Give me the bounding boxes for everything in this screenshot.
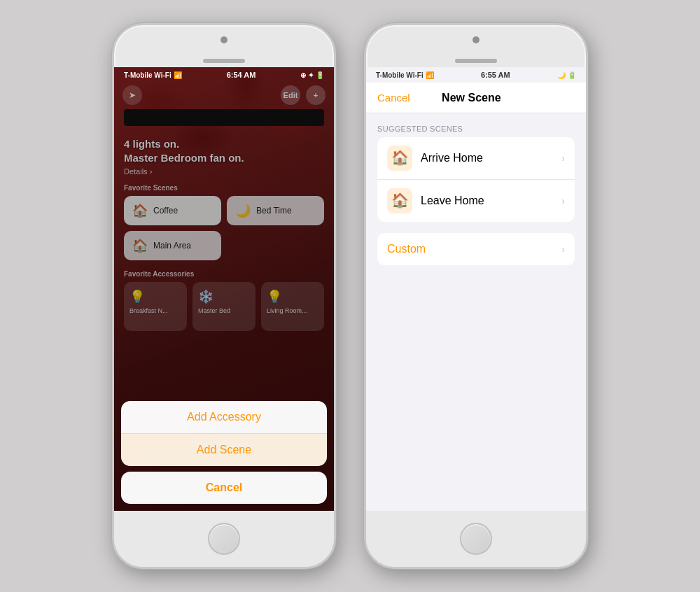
phone-1: T-Mobile Wi-Fi 📶 6:54 AM ⊕ ✦ 🔋 ➤ Edit xyxy=(112,23,336,569)
action-cancel-group: Cancel xyxy=(121,472,327,504)
home-button-1[interactable] xyxy=(208,523,240,555)
action-group-main: Add Accessory Add Scene xyxy=(121,401,327,466)
phone-1-top xyxy=(114,25,334,67)
phone-1-screen: T-Mobile Wi-Fi 📶 6:54 AM ⊕ ✦ 🔋 ➤ Edit xyxy=(114,67,334,511)
status-bar-2: T-Mobile Wi-Fi 📶 6:55 AM 🌙 🔋 xyxy=(366,67,586,83)
phone-2-bottom xyxy=(366,511,586,567)
phone-2-top xyxy=(366,25,586,67)
status-left-1: T-Mobile Wi-Fi 📶 xyxy=(124,71,182,79)
custom-row[interactable]: Custom › xyxy=(377,233,575,265)
home-app-screen: T-Mobile Wi-Fi 📶 6:54 AM ⊕ ✦ 🔋 ➤ Edit xyxy=(114,67,334,511)
custom-label: Custom xyxy=(387,243,553,255)
phone-2-screen: T-Mobile Wi-Fi 📶 6:55 AM 🌙 🔋 Cancel New … xyxy=(366,67,586,511)
action-sheet: Add Accessory Add Scene Cancel xyxy=(114,401,334,511)
arrive-home-label: Arrive Home xyxy=(421,152,553,164)
svg-text:🏠: 🏠 xyxy=(391,149,409,166)
add-scene-button[interactable]: Add Scene xyxy=(121,434,327,466)
status-right-2: 🌙 🔋 xyxy=(557,71,576,79)
time-1: 6:54 AM xyxy=(227,71,256,79)
carrier-2: T-Mobile Wi-Fi xyxy=(376,71,424,79)
home-content: T-Mobile Wi-Fi 📶 6:54 AM ⊕ ✦ 🔋 ➤ Edit xyxy=(114,67,334,511)
spacer xyxy=(366,222,586,233)
leave-home-icon: 🏠 xyxy=(387,188,412,213)
phone-1-bottom xyxy=(114,511,334,567)
phone2-bottom-area xyxy=(366,265,586,511)
leave-home-chevron: › xyxy=(561,195,565,206)
front-camera-2 xyxy=(472,36,479,43)
status-bar-1: T-Mobile Wi-Fi 📶 6:54 AM ⊕ ✦ 🔋 xyxy=(114,67,334,83)
custom-list: Custom › xyxy=(377,233,575,265)
leave-home-label: Leave Home xyxy=(421,195,553,207)
front-camera-1 xyxy=(220,36,227,43)
home-button-2[interactable] xyxy=(460,523,492,555)
battery-icon-2: 🔋 xyxy=(568,71,576,79)
phone-2: T-Mobile Wi-Fi 📶 6:55 AM 🌙 🔋 Cancel New … xyxy=(364,23,588,569)
action-sheet-overlay: Add Accessory Add Scene Cancel xyxy=(114,67,334,511)
new-scene-screen: T-Mobile Wi-Fi 📶 6:55 AM 🌙 🔋 Cancel New … xyxy=(366,67,586,511)
time-2: 6:55 AM xyxy=(481,71,510,79)
arrive-home-chevron: › xyxy=(561,153,565,164)
nav-bar: Cancel New Scene xyxy=(366,83,586,113)
speaker-2 xyxy=(455,59,497,63)
status-left-2: T-Mobile Wi-Fi 📶 xyxy=(376,71,434,79)
new-scene-title: New Scene xyxy=(442,92,500,104)
wifi-icon-1: 📶 xyxy=(174,71,182,79)
svg-text:🏠: 🏠 xyxy=(391,192,409,209)
battery-icon-1: ⊕ ✦ 🔋 xyxy=(300,71,324,79)
speaker-1 xyxy=(203,59,245,63)
add-accessory-button[interactable]: Add Accessory xyxy=(121,401,327,434)
suggested-section-header: SUGGESTED SCENES xyxy=(366,113,586,137)
wifi-icon-2: 📶 xyxy=(426,71,434,79)
arrive-home-icon: 🏠 xyxy=(387,146,412,171)
status-right-1: ⊕ ✦ 🔋 xyxy=(300,71,324,79)
arrive-home-row[interactable]: 🏠 Arrive Home › xyxy=(377,137,575,180)
cancel-button[interactable]: Cancel xyxy=(377,92,410,104)
moon-icon: 🌙 xyxy=(557,71,566,79)
custom-chevron: › xyxy=(561,244,565,255)
suggested-scenes-list: 🏠 Arrive Home › 🏠 Leave Home › xyxy=(377,137,575,222)
leave-home-row[interactable]: 🏠 Leave Home › xyxy=(377,180,575,222)
action-cancel-button[interactable]: Cancel xyxy=(121,472,327,504)
carrier-1: T-Mobile Wi-Fi xyxy=(124,71,172,79)
